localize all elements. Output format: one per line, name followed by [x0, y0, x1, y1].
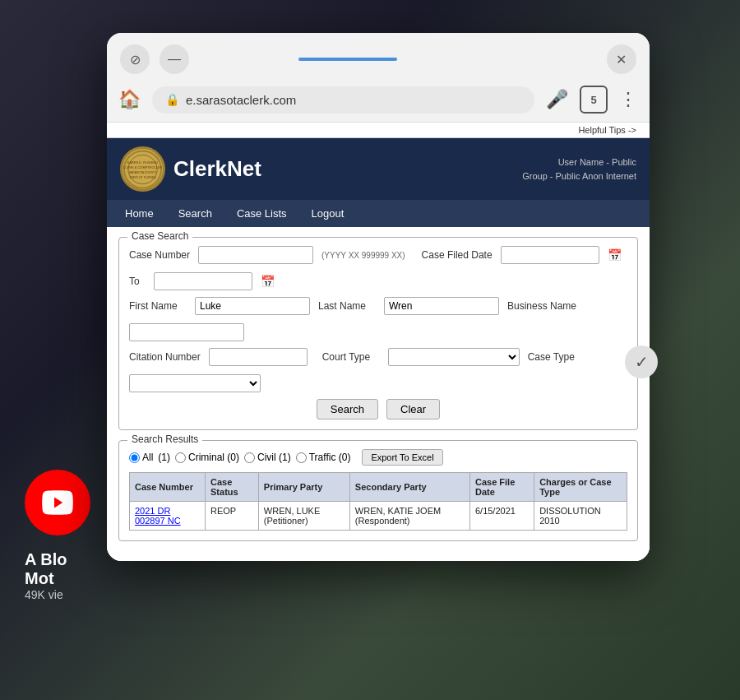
clerknet-user-info: User Name - Public Group - Public Anon I… — [522, 155, 636, 183]
case-filed-date-label: Case Filed Date — [422, 249, 493, 261]
case-type-select[interactable] — [129, 374, 261, 392]
clerknet-header: KAREN E. RUSHING CLERK & COMPTROLLER SAR… — [107, 138, 650, 200]
export-excel-button[interactable]: Export To Excel — [362, 449, 442, 466]
browser-window: ⊘ — ✕ 🏠 🔒 e.sarasotaclerk.com 🎤 5 ⋮ — [107, 33, 650, 561]
citation-number-input[interactable] — [209, 348, 308, 366]
col-header-case-number: Case Number — [130, 473, 206, 502]
webpage-content: Helpful Tips -> KAREN E. RUSHING CLERK &… — [107, 122, 650, 561]
home-icon: 🏠 — [118, 89, 141, 109]
microphone-button[interactable]: 🎤 — [546, 89, 568, 110]
name-row: First Name Last Name Business Name — [129, 297, 627, 341]
svg-text:STATE OF FLORIDA: STATE OF FLORIDA — [129, 175, 156, 178]
case-number-row: Case Number (YYYY XX 999999 XX) Case Fil… — [129, 246, 627, 290]
table-row: 2021 DR 002897 NC REOP WREN, LUKE (Petit… — [130, 502, 627, 531]
nav-logout[interactable]: Logout — [300, 203, 356, 224]
browser-addressbar-row: 🏠 🔒 e.sarasotaclerk.com 🎤 5 ⋮ — [107, 81, 650, 122]
case-type-label: Case Type — [528, 351, 585, 363]
main-content: Case Search Case Number (YYYY XX 999999 … — [107, 227, 650, 561]
browser-topbar: ⊘ — ✕ — [107, 33, 650, 81]
url-text: e.sarasotaclerk.com — [186, 93, 521, 107]
nav-home[interactable]: Home — [113, 203, 165, 224]
cell-case-status: REOP — [206, 502, 259, 531]
to-label: To — [129, 276, 146, 287]
cell-case-number[interactable]: 2021 DR 002897 NC — [130, 502, 206, 531]
first-name-input[interactable] — [195, 297, 310, 315]
all-radio-group: All — [129, 452, 153, 463]
nav-search[interactable]: Search — [167, 203, 224, 224]
video-title-line1: A Blo — [25, 550, 67, 569]
nav-case-lists[interactable]: Case Lists — [225, 203, 298, 224]
all-radio[interactable] — [129, 452, 140, 463]
clerknet-title: ClerkNet — [173, 156, 261, 182]
civil-radio-group: Civil (1) — [244, 452, 291, 463]
minus-icon: — — [168, 52, 181, 67]
browser-minimize-button[interactable]: — — [160, 44, 189, 74]
tab-indicator — [298, 58, 397, 61]
calendar-icon-to[interactable]: 📅 — [261, 275, 275, 288]
browser-slash-button[interactable]: ⊘ — [120, 44, 150, 74]
address-bar[interactable]: 🔒 e.sarasotaclerk.com — [152, 86, 534, 114]
filter-radio-row: All (1) Criminal (0) Civil (1) Traffic (… — [129, 449, 627, 466]
more-options-button[interactable]: ⋮ — [619, 89, 638, 110]
search-btn-row: Search Clear — [129, 399, 627, 420]
user-name-text: User Name - Public — [522, 155, 636, 169]
traffic-radio-label: Traffic (0) — [309, 452, 351, 463]
search-results-legend: Search Results — [127, 433, 202, 445]
clear-button[interactable]: Clear — [386, 399, 440, 420]
video-views: 49K vie — [25, 588, 67, 601]
cell-charges-case-type: DISSOLUTION 2010 — [534, 502, 627, 531]
video-info: A Blo Mot 49K vie — [25, 550, 67, 601]
youtube-icon — [25, 470, 90, 535]
civil-radio[interactable] — [244, 452, 255, 463]
court-type-select[interactable] — [388, 348, 520, 366]
criminal-radio-label: Criminal (0) — [188, 452, 239, 463]
home-button[interactable]: 🏠 — [118, 89, 141, 110]
traffic-radio-group: Traffic (0) — [296, 452, 351, 463]
checkmark-overlay: ✓ — [625, 345, 658, 378]
clerknet-seal: KAREN E. RUSHING CLERK & COMPTROLLER SAR… — [120, 146, 165, 192]
first-name-label: First Name — [129, 300, 187, 312]
svg-text:SARASOTA COUNTY: SARASOTA COUNTY — [129, 170, 157, 174]
all-count: (1) — [158, 452, 170, 463]
col-header-charges-case-type: Charges or Case Type — [534, 473, 627, 502]
search-results-fieldset: Search Results All (1) Criminal (0) Civi… — [118, 440, 638, 541]
criminal-radio-group: Criminal (0) — [175, 452, 239, 463]
citation-number-label: Citation Number — [129, 351, 201, 363]
business-name-label: Business Name — [507, 300, 576, 312]
calendar-icon-from[interactable]: 📅 — [608, 248, 622, 262]
case-number-hint: (YYYY XX 999999 XX) — [321, 251, 405, 260]
svg-text:KAREN E. RUSHING: KAREN E. RUSHING — [127, 160, 158, 165]
case-filed-date-input[interactable] — [501, 246, 599, 264]
tabs-button[interactable]: 5 — [580, 86, 608, 114]
lock-icon: 🔒 — [165, 93, 179, 106]
all-radio-label: All — [142, 452, 153, 463]
slash-icon: ⊘ — [130, 52, 141, 67]
to-date-input[interactable] — [154, 272, 252, 290]
last-name-input[interactable] — [384, 297, 499, 315]
criminal-radio[interactable] — [175, 452, 186, 463]
col-header-secondary-party: Secondary Party — [349, 473, 469, 502]
browser-close-button[interactable]: ✕ — [607, 44, 636, 74]
case-number-input[interactable] — [198, 246, 313, 264]
helpful-tips-link[interactable]: Helpful Tips -> — [578, 125, 636, 135]
case-number-link[interactable]: 2021 DR 002897 NC — [135, 506, 181, 526]
nav-menu: Home Search Case Lists Logout — [107, 200, 650, 227]
case-search-legend: Case Search — [127, 230, 192, 242]
case-search-fieldset: Case Search Case Number (YYYY XX 999999 … — [118, 237, 638, 430]
business-name-input[interactable] — [129, 323, 244, 341]
search-button[interactable]: Search — [317, 399, 378, 420]
video-title-line2: Mot — [25, 569, 67, 588]
clerknet-logo-area: KAREN E. RUSHING CLERK & COMPTROLLER SAR… — [120, 146, 261, 192]
results-table: Case Number Case Status Primary Party Se… — [129, 472, 627, 531]
cell-primary-party: WREN, LUKE (Petitioner) — [258, 502, 349, 531]
cell-secondary-party: WREN, KATIE JOEM (Respondent) — [349, 502, 469, 531]
microphone-icon: 🎤 — [546, 89, 568, 109]
svg-text:CLERK & COMPTROLLER: CLERK & COMPTROLLER — [123, 165, 163, 169]
tabs-count: 5 — [590, 94, 596, 106]
col-header-case-status: Case Status — [206, 473, 259, 502]
col-header-case-file-date: Case File Date — [469, 473, 534, 502]
cell-case-file-date: 6/15/2021 — [469, 502, 534, 531]
traffic-radio[interactable] — [296, 452, 307, 463]
close-icon: ✕ — [616, 52, 627, 67]
col-header-primary-party: Primary Party — [258, 473, 349, 502]
